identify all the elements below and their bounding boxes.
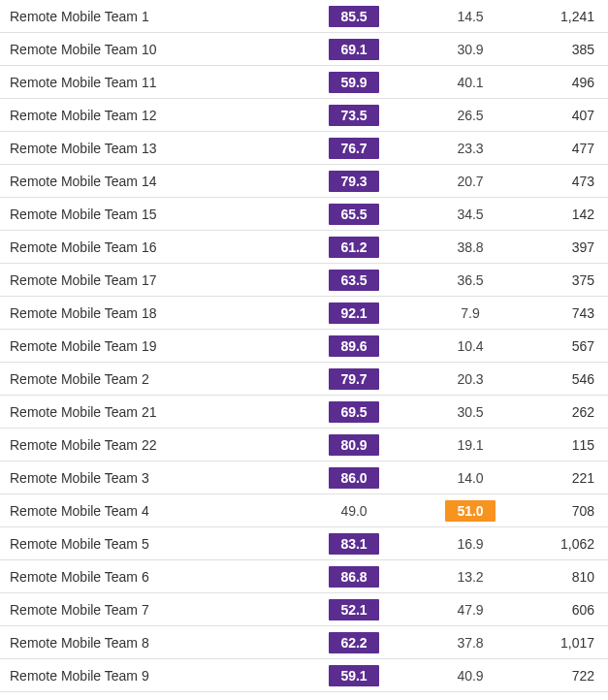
value-1-highlight: 61.2 [329, 237, 379, 258]
team-name: Remote Mobile Team 18 [0, 305, 291, 321]
count-value: 722 [524, 668, 608, 684]
value-1-cell: 69.1 [291, 33, 417, 65]
value-1-highlight: 92.1 [329, 302, 379, 324]
value-2: 30.5 [457, 404, 483, 420]
value-1-cell: 49.0 [291, 494, 417, 526]
count-value: 115 [524, 437, 608, 453]
team-name: Remote Mobile Team 8 [0, 635, 291, 651]
value-1-highlight: 80.9 [329, 434, 379, 456]
value-2-cell: 40.1 [417, 66, 524, 98]
value-1-highlight: 83.1 [329, 533, 379, 555]
count-value: 708 [524, 503, 608, 519]
value-2-cell: 30.9 [417, 33, 524, 65]
value-2-cell: 14.5 [417, 0, 524, 32]
value-1-cell: 52.1 [291, 593, 417, 625]
value-2-cell: 37.8 [417, 626, 524, 658]
value-2-cell: 13.2 [417, 560, 524, 592]
value-2: 19.1 [457, 437, 483, 453]
value-1-highlight: 73.5 [329, 105, 379, 126]
value-1-cell: 63.5 [291, 264, 417, 296]
value-2: 20.3 [457, 371, 483, 387]
value-1-highlight: 79.7 [329, 368, 379, 390]
table-row: Remote Mobile Team 449.051.0708 [0, 494, 608, 527]
count-value: 397 [524, 239, 608, 255]
count-value: 743 [524, 305, 608, 321]
value-1-highlight: 85.5 [329, 6, 379, 27]
table-row: Remote Mobile Team 1661.238.8397 [0, 231, 608, 264]
value-2: 37.8 [457, 635, 483, 651]
value-2-cell: 7.9 [417, 297, 524, 329]
table-row: Remote Mobile Team 1273.526.5407 [0, 99, 608, 132]
value-2: 36.5 [457, 272, 483, 288]
count-value: 385 [524, 42, 608, 57]
value-1-cell: 86.0 [291, 461, 417, 493]
team-name: Remote Mobile Team 10 [0, 42, 291, 57]
table-row: Remote Mobile Team 185.514.51,241 [0, 0, 608, 33]
table-row: Remote Mobile Team 1376.723.3477 [0, 132, 608, 165]
value-2: 16.9 [457, 536, 483, 552]
value-2: 20.7 [457, 174, 483, 189]
value-1-highlight: 69.5 [329, 401, 379, 423]
table-row: Remote Mobile Team 862.237.81,017 [0, 626, 608, 659]
count-value: 473 [524, 174, 608, 189]
count-value: 477 [524, 141, 608, 156]
value-1-cell: 92.1 [291, 297, 417, 329]
value-1-highlight: 65.5 [329, 204, 379, 225]
table-row: Remote Mobile Team 686.813.2810 [0, 560, 608, 593]
count-value: 142 [524, 207, 608, 222]
value-2-cell: 30.5 [417, 396, 524, 428]
table-row: Remote Mobile Team 1159.940.1496 [0, 66, 608, 99]
team-name: Remote Mobile Team 7 [0, 602, 291, 618]
value-2-cell: 36.5 [417, 264, 524, 296]
value-1-highlight: 69.1 [329, 39, 379, 60]
value-1-highlight: 86.0 [329, 467, 379, 489]
table-row: Remote Mobile Team 2280.919.1115 [0, 429, 608, 461]
team-name: Remote Mobile Team 3 [0, 470, 291, 486]
count-value: 1,017 [524, 635, 608, 651]
value-2-cell: 19.1 [417, 429, 524, 461]
team-name: Remote Mobile Team 11 [0, 75, 291, 90]
value-1-cell: 80.9 [291, 429, 417, 461]
table-row: Remote Mobile Team 1565.534.5142 [0, 198, 608, 231]
table-row: Remote Mobile Team 2169.530.5262 [0, 396, 608, 429]
value-1-cell: 59.9 [291, 66, 417, 98]
count-value: 606 [524, 602, 608, 618]
value-1-highlight: 76.7 [329, 138, 379, 159]
value-2: 14.0 [457, 470, 483, 486]
value-1-cell: 62.2 [291, 626, 417, 658]
team-name: Remote Mobile Team 15 [0, 207, 291, 222]
value-1-highlight: 89.6 [329, 335, 379, 357]
count-value: 221 [524, 470, 608, 486]
count-value: 407 [524, 108, 608, 123]
value-1-cell: 86.8 [291, 560, 417, 592]
value-2-cell: 40.9 [417, 659, 524, 691]
team-name: Remote Mobile Team 19 [0, 338, 291, 354]
team-name: Remote Mobile Team 22 [0, 437, 291, 453]
value-2-cell: 14.0 [417, 461, 524, 493]
team-name: Remote Mobile Team 12 [0, 108, 291, 123]
value-2: 7.9 [461, 305, 479, 321]
value-2: 34.5 [457, 207, 483, 222]
table-row: Remote Mobile Team 583.116.91,062 [0, 527, 608, 560]
table-row: Remote Mobile Team 1479.320.7473 [0, 165, 608, 198]
value-2: 40.9 [457, 668, 483, 684]
team-name: Remote Mobile Team 21 [0, 404, 291, 420]
value-1-cell: 79.3 [291, 165, 417, 197]
value-1-highlight: 63.5 [329, 270, 379, 291]
team-name: Remote Mobile Team 17 [0, 272, 291, 288]
value-1-cell: 59.1 [291, 659, 417, 691]
team-name: Remote Mobile Team 6 [0, 569, 291, 585]
value-2-cell: 51.0 [417, 494, 524, 526]
count-value: 262 [524, 404, 608, 420]
count-value: 496 [524, 75, 608, 90]
value-1-cell: 79.7 [291, 363, 417, 395]
team-name: Remote Mobile Team 2 [0, 371, 291, 387]
value-2: 14.5 [457, 9, 483, 24]
value-2: 38.8 [457, 239, 483, 255]
team-name: Remote Mobile Team 13 [0, 141, 291, 156]
table-row: Remote Mobile Team 1892.17.9743 [0, 297, 608, 330]
value-1-highlight: 52.1 [329, 599, 379, 620]
value-1-highlight: 62.2 [329, 632, 379, 653]
count-value: 810 [524, 569, 608, 585]
value-1-cell: 73.5 [291, 99, 417, 131]
